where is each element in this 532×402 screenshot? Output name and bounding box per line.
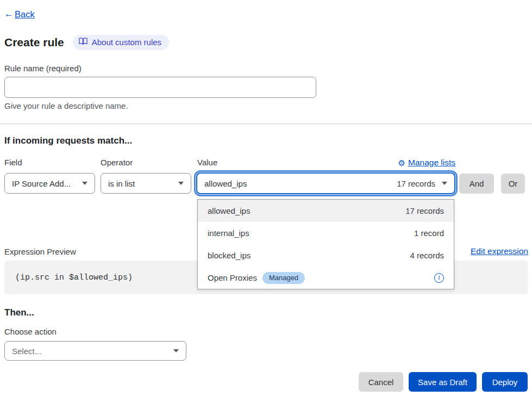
expression-code: (ip.src in $allowed_ips)	[15, 273, 133, 282]
option-detail: 17 records	[405, 206, 444, 215]
option-name: allowed_ips	[208, 206, 405, 215]
value-label: Value	[197, 158, 217, 167]
and-button[interactable]: And	[459, 174, 494, 194]
back-link[interactable]: ←Back	[4, 9, 35, 20]
chevron-down-icon	[82, 182, 87, 185]
rule-name-input[interactable]	[4, 77, 316, 98]
section-divider	[0, 123, 532, 124]
option-detail: 4 records	[410, 251, 444, 260]
value-select[interactable]: allowed_ips 17 records	[196, 172, 455, 194]
match-section-title: If incoming requests match...	[4, 135, 132, 146]
chevron-down-icon	[178, 182, 184, 185]
back-arrow-icon: ←	[4, 9, 14, 20]
expression-preview-label: Expression Preview	[4, 247, 76, 256]
save-as-draft-button[interactable]: Save as Draft	[409, 372, 477, 392]
create-rule-page: ←Back Create rule About custom rules Rul…	[0, 0, 532, 402]
or-button[interactable]: Or	[501, 174, 525, 194]
value-select-records: 17 records	[397, 179, 435, 188]
dropdown-option-internal-ips[interactable]: internal_ips 1 record	[198, 222, 454, 244]
edit-expression-label: Edit expression	[471, 246, 528, 256]
chevron-down-icon	[442, 182, 447, 185]
field-select[interactable]: IP Source Add...	[4, 173, 95, 194]
gear-icon: ⚙	[398, 159, 405, 167]
manage-lists-label: Manage lists	[408, 158, 455, 168]
manage-lists-link[interactable]: ⚙ Manage lists	[398, 158, 455, 168]
option-detail: 1 record	[414, 228, 444, 238]
rule-name-helper: Give your rule a descriptive name.	[4, 101, 128, 110]
dropdown-option-allowed-ips[interactable]: allowed_ips 17 records	[198, 200, 454, 222]
action-select[interactable]: Select...	[4, 341, 186, 361]
chevron-down-icon	[173, 349, 179, 352]
field-select-value: IP Source Add...	[12, 179, 76, 188]
dropdown-option-open-proxies[interactable]: Open Proxies Managed i	[198, 267, 454, 289]
field-label: Field	[4, 158, 22, 167]
action-select-placeholder: Select...	[12, 347, 167, 356]
about-custom-rules-badge[interactable]: About custom rules	[73, 35, 169, 50]
option-name: Open Proxies	[208, 273, 257, 282]
edit-expression-link[interactable]: Edit expression	[471, 246, 528, 256]
deploy-button[interactable]: Deploy	[482, 372, 528, 392]
back-label: Back	[15, 9, 35, 20]
managed-badge: Managed	[262, 272, 305, 284]
book-icon	[79, 38, 87, 47]
cancel-button[interactable]: Cancel	[359, 372, 403, 392]
title-row: Create rule About custom rules	[4, 35, 169, 50]
operator-label: Operator	[101, 158, 133, 167]
choose-action-label: Choose action	[4, 327, 57, 336]
operator-select[interactable]: is in list	[101, 173, 191, 194]
option-name: blocked_ips	[208, 251, 410, 260]
about-badge-label: About custom rules	[92, 38, 161, 47]
option-name: internal_ips	[208, 228, 414, 238]
rule-name-label: Rule name (required)	[4, 64, 82, 73]
value-select-value: allowed_ips	[204, 179, 390, 188]
dropdown-option-blocked-ips[interactable]: blocked_ips 4 records	[198, 244, 454, 267]
value-dropdown-menu: allowed_ips 17 records internal_ips 1 re…	[197, 199, 454, 289]
then-section-title: Then...	[4, 307, 34, 318]
operator-select-value: is in list	[108, 179, 172, 188]
page-title: Create rule	[4, 36, 64, 49]
info-icon[interactable]: i	[434, 273, 444, 283]
